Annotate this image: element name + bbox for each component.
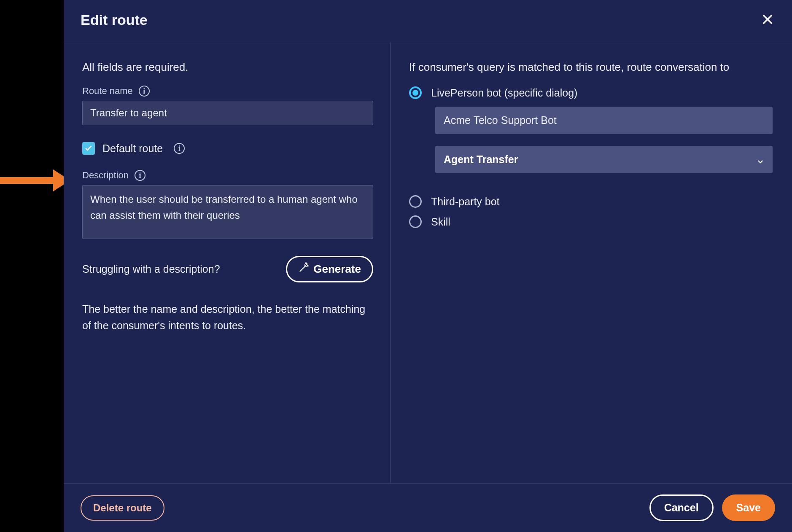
radio-liveperson-bot[interactable]: LivePerson bot (specific dialog) xyxy=(409,86,773,99)
edit-route-panel: Edit route All fields are required. Rout… xyxy=(64,0,792,532)
delete-route-label: Delete route xyxy=(93,502,152,513)
dialog-selected-value: Agent Transfer xyxy=(444,153,518,166)
info-icon[interactable] xyxy=(135,170,145,181)
panel-header: Edit route xyxy=(64,0,792,42)
helper-text: The better the name and description, the… xyxy=(82,301,373,334)
magic-wand-icon xyxy=(298,262,309,276)
radio-icon xyxy=(409,195,422,208)
panel-title: Edit route xyxy=(81,12,148,28)
check-icon xyxy=(84,144,93,153)
generate-button[interactable]: Generate xyxy=(286,256,373,282)
struggling-text: Struggling with a description? xyxy=(82,263,220,275)
radio-label: Third-party bot xyxy=(431,196,500,208)
radio-icon xyxy=(409,215,422,228)
radio-label: Skill xyxy=(431,216,450,228)
cancel-button[interactable]: Cancel xyxy=(649,494,714,521)
bot-name-value: Acme Telco Support Bot xyxy=(444,114,557,126)
save-button[interactable]: Save xyxy=(722,494,775,521)
panel-footer: Delete route Cancel Save xyxy=(64,483,792,532)
chevron-down-icon xyxy=(757,156,764,164)
callout-arrow xyxy=(0,169,72,190)
route-name-input[interactable] xyxy=(82,101,373,125)
svg-point-4 xyxy=(306,263,307,263)
radio-skill[interactable]: Skill xyxy=(409,215,773,228)
default-route-label: Default route xyxy=(102,142,163,155)
required-note: All fields are required. xyxy=(82,61,372,74)
close-button[interactable] xyxy=(760,13,775,28)
default-route-checkbox[interactable] xyxy=(82,142,95,155)
route-name-label-row: Route name xyxy=(82,86,372,97)
close-icon xyxy=(762,13,773,27)
left-column: All fields are required. Route name Defa… xyxy=(64,42,391,483)
bot-name-field[interactable]: Acme Telco Support Bot xyxy=(435,107,773,134)
routing-heading: If consumer's query is matched to this r… xyxy=(409,61,773,74)
description-label-row: Description xyxy=(82,170,372,181)
radio-third-party-bot[interactable]: Third-party bot xyxy=(409,195,773,208)
right-column: If consumer's query is matched to this r… xyxy=(391,42,792,483)
route-name-label: Route name xyxy=(82,86,133,97)
description-textarea[interactable] xyxy=(82,185,373,239)
description-label: Description xyxy=(82,170,129,181)
delete-route-button[interactable]: Delete route xyxy=(81,495,164,521)
radio-icon xyxy=(409,86,422,99)
info-icon[interactable] xyxy=(139,86,150,97)
svg-point-3 xyxy=(307,266,308,266)
radio-label: LivePerson bot (specific dialog) xyxy=(431,87,577,99)
save-label: Save xyxy=(736,502,761,513)
dialog-select[interactable]: Agent Transfer xyxy=(435,146,773,173)
info-icon[interactable] xyxy=(174,143,185,154)
generate-button-label: Generate xyxy=(313,263,361,276)
svg-point-2 xyxy=(307,263,307,264)
cancel-label: Cancel xyxy=(664,502,699,513)
